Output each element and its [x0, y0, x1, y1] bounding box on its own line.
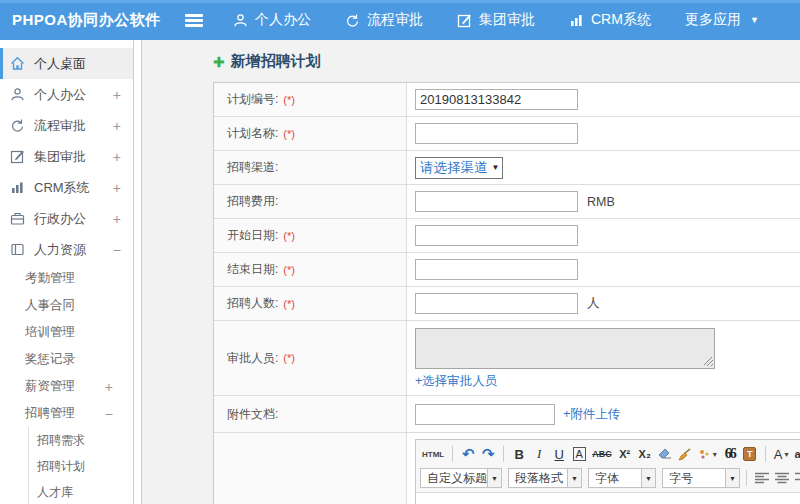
align-left-icon[interactable] — [753, 468, 771, 488]
align-center-icon[interactable] — [773, 468, 791, 488]
sidebar-item-crm-system[interactable]: CRM系统 + — [0, 172, 133, 203]
highlight-color-button[interactable]: ab✎ ▾ — [792, 444, 800, 464]
user-icon — [10, 87, 25, 102]
bold-button[interactable]: B — [510, 444, 528, 464]
paste-icon[interactable]: T — [741, 444, 759, 464]
expand-plus-icon[interactable]: + — [113, 149, 121, 165]
field-label: 审批人员: (*) — [214, 321, 407, 395]
sidebar-item-reward-punishment[interactable]: 奖惩记录 — [0, 346, 133, 373]
redo-button[interactable]: ↷ — [479, 444, 497, 464]
font-family-select[interactable]: 字体 ▼ — [588, 468, 656, 488]
format-brush-icon[interactable] — [676, 444, 694, 464]
topnav-more-apps[interactable]: 更多应用 ▼ — [685, 11, 759, 29]
collapse-minus-icon[interactable]: − — [113, 242, 121, 258]
recruit-channel-select[interactable]: 请选择渠道 ▼ — [415, 157, 503, 179]
field-label: 结束日期: (*) — [214, 253, 407, 286]
hamburger-menu-icon[interactable] — [185, 14, 203, 27]
font-size-select[interactable]: 字号 ▼ — [662, 468, 740, 488]
sidebar-item-recruit-demand[interactable]: 招聘需求 — [29, 427, 133, 453]
caret-down-icon: ▼ — [641, 469, 655, 487]
headcount-input[interactable] — [415, 293, 578, 314]
italic-button[interactable]: I — [530, 444, 548, 464]
html-source-button[interactable]: HTML — [420, 444, 446, 464]
sidebar-item-personal-office[interactable]: 个人办公 + — [0, 79, 133, 110]
sidebar-item-label: 招聘管理 — [25, 405, 105, 422]
expand-plus-icon[interactable]: + — [113, 118, 121, 134]
sidebar-item-label: 个人办公 — [34, 86, 113, 104]
blockquote-button[interactable]: 66 — [721, 444, 739, 464]
editor-toolbar-row-2: 自定义标题 ▼ 段落格式 ▼ 字体 ▼ — [420, 466, 800, 490]
attachment-input[interactable] — [415, 404, 555, 425]
hr-submenu: 考勤管理 人事合同 培训管理 奖惩记录 薪资管理 + 招聘管理 − 招聘需求 招… — [0, 265, 133, 504]
workflow-icon — [345, 13, 360, 28]
sidebar-item-label: 招聘需求 — [37, 432, 121, 449]
topnav-crm-system[interactable]: CRM系统 — [569, 11, 651, 29]
page-title-text: 新增招聘计划 — [231, 52, 321, 71]
rich-text-editor: HTML ↶ ↷ B I U A ABC X² X₂ — [415, 439, 800, 504]
caret-down-icon: ▼ — [487, 469, 501, 487]
font-color-button[interactable]: A ▾ — [772, 444, 791, 464]
topnav-label: 流程审批 — [367, 11, 423, 29]
subscript-button[interactable]: X₂ — [636, 444, 654, 464]
form-row-start-date: 开始日期: (*) — [214, 219, 800, 253]
select-approvers-link[interactable]: +选择审批人员 — [415, 373, 497, 390]
sidebar-item-recruit-management[interactable]: 招聘管理 − — [0, 400, 133, 427]
approvers-textarea[interactable] — [415, 328, 715, 369]
collapse-minus-icon[interactable]: − — [105, 406, 113, 422]
sidebar-item-human-resources[interactable]: 人力资源 − — [0, 234, 133, 265]
start-date-input[interactable] — [415, 225, 578, 246]
sidebar-item-salary[interactable]: 薪资管理 + — [0, 373, 133, 400]
caret-down-icon: ▾ — [784, 450, 788, 459]
paragraph-format-select[interactable]: 段落格式 ▼ — [508, 468, 582, 488]
form-row-attachment: 附件文档: +附件上传 — [214, 396, 800, 433]
topnav-personal-office[interactable]: 个人办公 — [233, 11, 311, 29]
book-icon — [10, 242, 25, 257]
required-mark: (*) — [283, 298, 295, 310]
sidebar-item-training[interactable]: 培训管理 — [0, 319, 133, 346]
sidebar-item-admin-office[interactable]: 行政办公 + — [0, 203, 133, 234]
undo-button[interactable]: ↶ — [459, 444, 477, 464]
sidebar-item-hr-contract[interactable]: 人事合同 — [0, 292, 133, 319]
color-sparkle-icon[interactable]: ▾ — [696, 444, 719, 464]
expand-plus-icon[interactable]: + — [105, 379, 113, 395]
required-mark: (*) — [283, 264, 295, 276]
plan-number-input[interactable] — [415, 89, 578, 110]
underline-button[interactable]: U — [550, 444, 568, 464]
sidebar: 个人桌面 个人办公 + 流程审批 + 集团审批 + CRM系统 + 行政办公 + — [0, 40, 133, 504]
sidebar-item-label: 奖惩记录 — [25, 351, 121, 368]
sidebar-item-label: 流程审批 — [34, 117, 113, 135]
required-mark: (*) — [283, 94, 295, 106]
sidebar-item-talent-pool[interactable]: 人才库 — [29, 479, 133, 504]
end-date-input[interactable] — [415, 259, 578, 280]
topnav-workflow-approval[interactable]: 流程审批 — [345, 11, 423, 29]
boxed-a-button[interactable]: A — [570, 444, 588, 464]
expand-plus-icon[interactable]: + — [113, 180, 121, 196]
editor-content-area[interactable] — [416, 493, 800, 504]
sidebar-item-label: 招聘计划 — [37, 458, 121, 475]
align-right-icon[interactable] — [793, 468, 800, 488]
custom-title-select[interactable]: 自定义标题 ▼ — [420, 468, 502, 488]
sidebar-scrollbar[interactable] — [133, 40, 142, 504]
sidebar-item-label: 个人桌面 — [34, 55, 121, 73]
sidebar-item-recruit-plan[interactable]: 招聘计划 — [29, 453, 133, 479]
sidebar-item-group-approval[interactable]: 集团审批 + — [0, 141, 133, 172]
sidebar-item-personal-desktop[interactable]: 个人桌面 — [0, 48, 133, 79]
field-label: 开始日期: (*) — [214, 219, 407, 252]
attachment-upload-link[interactable]: +附件上传 — [563, 406, 620, 423]
toolbar-separator — [503, 446, 504, 462]
main-content: ✚ 新增招聘计划 计划编号: (*) 计划名称: (*) — [143, 40, 800, 504]
sidebar-item-workflow-approval[interactable]: 流程审批 + — [0, 110, 133, 141]
expand-plus-icon[interactable]: + — [113, 87, 121, 103]
strikethrough-button[interactable]: ABC — [590, 444, 614, 464]
plan-name-input[interactable] — [415, 123, 578, 144]
eraser-icon[interactable] — [656, 444, 674, 464]
caret-down-icon: ▾ — [713, 450, 717, 459]
caret-down-icon: ▼ — [750, 15, 759, 25]
superscript-button[interactable]: X² — [616, 444, 634, 464]
recruit-cost-input[interactable] — [415, 191, 578, 212]
caret-down-icon: ▼ — [492, 163, 500, 172]
expand-plus-icon[interactable]: + — [113, 211, 121, 227]
editor-toolbar-row-1: HTML ↶ ↷ B I U A ABC X² X₂ — [420, 442, 800, 466]
topnav-group-approval[interactable]: 集团审批 — [457, 11, 535, 29]
sidebar-item-attendance[interactable]: 考勤管理 — [0, 265, 133, 292]
